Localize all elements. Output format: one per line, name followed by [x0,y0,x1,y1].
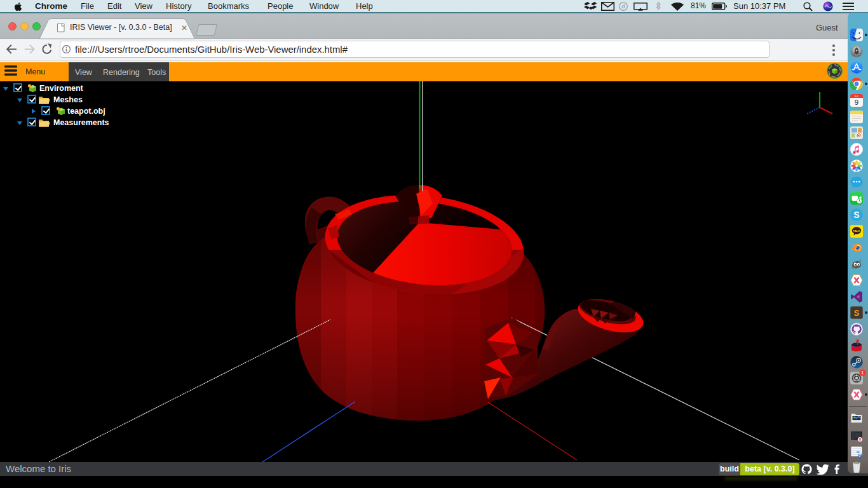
svg-text:TALK: TALK [853,229,860,233]
svg-text:JUL: JUL [854,95,859,98]
svg-text:9: 9 [855,98,858,106]
svg-text:1: 1 [862,370,864,375]
svg-text:d: d [621,3,625,10]
svg-text:S: S [853,308,859,318]
svg-text:S: S [853,210,859,220]
